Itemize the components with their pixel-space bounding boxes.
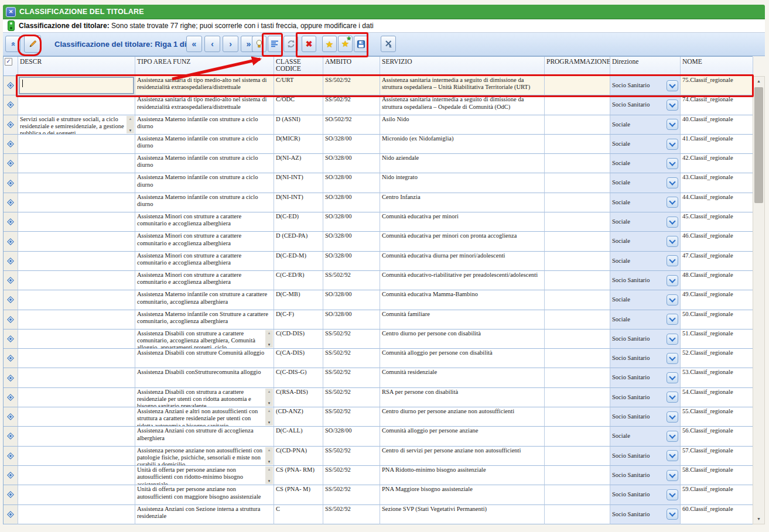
row-selector-cell[interactable] — [4, 212, 18, 232]
cell-descr[interactable] — [18, 505, 135, 524]
cell-tipo-area-funz[interactable]: Assistenza Materno infantile con struttu… — [135, 115, 274, 135]
cell-servizio[interactable]: Assistenza sanitaria intermedia a seguit… — [380, 76, 545, 95]
close-icon[interactable]: ✕ — [6, 7, 16, 17]
column-header-programmazione[interactable]: PROGRAMMAZIONE — [545, 57, 610, 76]
cell-scroll-spinner[interactable]: ▲▼ — [265, 330, 273, 348]
spinner-up-icon[interactable]: ▲ — [129, 117, 132, 121]
spinner-down-icon[interactable]: ▼ — [268, 343, 271, 346]
cell-programmazione[interactable] — [545, 485, 610, 504]
row-selector-cell[interactable] — [4, 154, 18, 173]
cell-classe-codice[interactable]: D (CED-PA) — [274, 232, 323, 251]
cell-classe-codice[interactable]: D(C-MB) — [274, 290, 323, 310]
cell-programmazione[interactable] — [545, 330, 610, 349]
table-row[interactable]: Assistenza Disabili conStrutturecomunita… — [4, 368, 753, 387]
table-row[interactable]: Assistenza Anziani e altri non autosuffi… — [4, 407, 753, 427]
goto-row-diamond-icon[interactable] — [7, 82, 14, 89]
cell-programmazione[interactable] — [545, 252, 610, 271]
cell-ambito[interactable]: SS/502/92 — [323, 485, 380, 504]
cell-direzione[interactable]: Sociale — [610, 135, 681, 154]
direzione-dropdown-button[interactable] — [667, 372, 678, 383]
goto-row-diamond-icon[interactable] — [7, 355, 14, 362]
cell-ambito[interactable]: SS/502/92 — [323, 349, 380, 368]
cell-classe-codice[interactable]: D(C-ED) — [274, 212, 323, 232]
table-row[interactable]: Assistenza Materno infantile con struttu… — [4, 173, 753, 193]
cell-descr[interactable] — [18, 330, 135, 349]
row-selector-cell[interactable] — [4, 368, 18, 387]
cell-servizio[interactable]: Comunità educativa per minori — [380, 212, 545, 232]
cell-direzione[interactable]: Sociale — [610, 115, 681, 135]
cell-classe-codice[interactable]: D(NI-INT) — [274, 193, 323, 212]
cell-nome[interactable]: 57.Classif_regionale — [681, 447, 753, 466]
cell-scroll-spinner[interactable]: ▲▼ — [265, 389, 273, 406]
cell-nome[interactable]: 43.Classif_regionale — [681, 173, 753, 193]
cell-tipo-area-funz[interactable]: Assistenza Materno infantile con struttu… — [135, 154, 274, 173]
cell-descr[interactable] — [18, 193, 135, 212]
goto-row-diamond-icon[interactable] — [7, 160, 14, 167]
table-row[interactable]: Assistenza Minori con strutture a caratt… — [4, 212, 753, 232]
cell-programmazione[interactable] — [545, 368, 610, 387]
cell-nome[interactable]: 44.Classif_regionale — [681, 193, 753, 212]
cell-nome[interactable]: 60.Classif_regionale — [681, 505, 753, 524]
cell-servizio[interactable]: RSA per persone con disabilità — [380, 388, 545, 407]
row-selector-cell[interactable] — [4, 310, 18, 330]
cell-nome[interactable]: 48.Classif_regionale — [681, 271, 753, 290]
direzione-dropdown-button[interactable] — [667, 353, 678, 364]
cell-programmazione[interactable] — [545, 290, 610, 310]
cell-servizio[interactable]: Sezione SVP (Stati Vegetativi Permanenti… — [380, 505, 545, 524]
cell-classe-codice[interactable]: C(C-ED/R) — [274, 271, 323, 290]
cell-classe-codice[interactable]: C/URT — [274, 76, 323, 95]
scrollbar-up-icon[interactable]: ▲ — [753, 77, 764, 86]
cell-tipo-area-funz[interactable]: Assistenza Disabili con strutture a cara… — [135, 330, 274, 349]
cell-nome[interactable]: 55.Classif_regionale — [681, 407, 753, 427]
cell-ambito[interactable]: SO/328/00 — [323, 290, 380, 310]
spinner-up-icon[interactable]: ▲ — [268, 468, 271, 471]
cell-programmazione[interactable] — [545, 271, 610, 290]
direzione-dropdown-button[interactable] — [667, 509, 678, 520]
column-header-nome[interactable]: NOME — [681, 57, 753, 76]
cell-ambito[interactable]: SS/502/92 — [323, 271, 380, 290]
spinner-up-icon[interactable]: ▲ — [268, 331, 271, 335]
row-selector-cell[interactable] — [4, 466, 18, 485]
direzione-dropdown-button[interactable] — [667, 158, 678, 169]
cell-direzione[interactable]: Sociale — [610, 193, 681, 212]
cell-classe-codice[interactable]: CS (PNA- M) — [274, 485, 323, 504]
cell-nome[interactable]: 56.Classif_regionale — [681, 427, 753, 446]
cell-servizio[interactable]: Micronido (ex Nidofamiglia) — [380, 135, 545, 154]
cell-ambito[interactable]: SO/502/92 — [323, 115, 380, 135]
scrollbar-down-icon[interactable]: ▼ — [753, 514, 764, 524]
spinner-down-icon[interactable]: ▼ — [268, 479, 271, 483]
cell-servizio[interactable]: Comunità educativa diurna per minori/ado… — [380, 252, 545, 271]
cell-direzione[interactable]: Socio Sanitario — [610, 349, 681, 368]
cell-descr[interactable] — [18, 290, 135, 310]
cell-programmazione[interactable] — [545, 193, 610, 212]
goto-row-diamond-icon[interactable] — [7, 472, 14, 479]
cell-tipo-area-funz[interactable]: Assistenza Materno infantile con struttu… — [135, 193, 274, 212]
table-row[interactable]: Assistenza Materno infantile con struttu… — [4, 290, 753, 310]
row-selector-cell[interactable] — [4, 271, 18, 290]
cell-tipo-area-funz[interactable]: Assistenza Minori con strutture a caratt… — [135, 252, 274, 271]
spinner-down-icon[interactable]: ▼ — [129, 129, 132, 132]
cell-ambito[interactable]: SS/502/92 — [323, 407, 380, 427]
cell-classe-codice[interactable]: D(C-ED-M) — [274, 252, 323, 271]
cell-ambito[interactable]: SS/502/92 — [323, 447, 380, 466]
cell-tipo-area-funz[interactable]: Unità di offerta per persone anziane non… — [135, 485, 274, 504]
cell-scroll-spinner[interactable]: ▲▼ — [265, 408, 273, 425]
cell-descr[interactable] — [18, 368, 135, 387]
column-header-direzione[interactable]: Direzione — [610, 57, 681, 76]
cell-descr[interactable] — [18, 173, 135, 193]
table-row[interactable]: Assistenza Materno infantile con struttu… — [4, 154, 753, 173]
cell-descr[interactable] — [18, 388, 135, 407]
row-selector-cell[interactable] — [4, 95, 18, 115]
cell-direzione[interactable]: Socio Sanitario — [610, 505, 681, 524]
table-row[interactable]: Assistenza sanitaria di tipo medio-alto … — [4, 76, 753, 95]
direzione-dropdown-button[interactable] — [667, 139, 678, 150]
cell-scroll-spinner[interactable]: ▲▼ — [127, 116, 134, 133]
goto-row-diamond-icon[interactable] — [7, 238, 14, 245]
cell-descr[interactable] — [18, 212, 135, 232]
direzione-dropdown-button[interactable] — [667, 470, 678, 481]
cell-classe-codice[interactable]: C(CA-DIS) — [274, 349, 323, 368]
cell-servizio[interactable]: Centro diurno per persone anziane non au… — [380, 407, 545, 427]
direzione-dropdown-button[interactable] — [667, 392, 678, 403]
cell-programmazione[interactable] — [545, 466, 610, 485]
column-header-descr[interactable]: DESCR — [18, 57, 135, 76]
